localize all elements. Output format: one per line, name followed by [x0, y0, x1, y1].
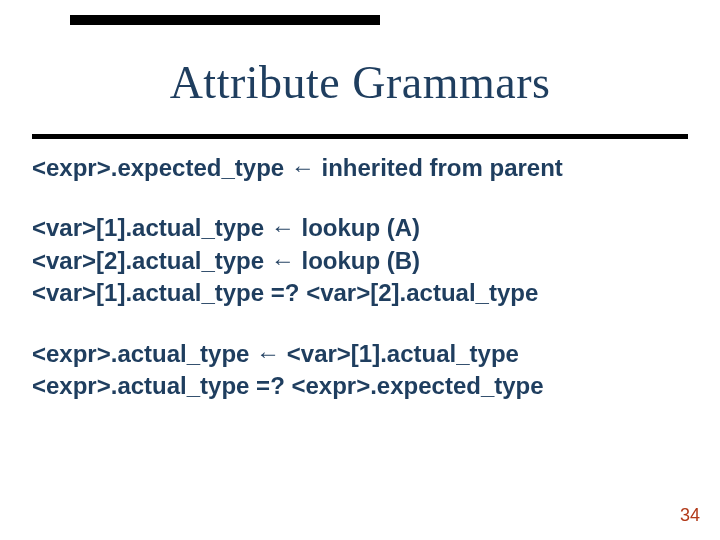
slide-title: Attribute Grammars	[0, 56, 720, 109]
rule-line: <var>[2].actual_type ← lookup (B)	[32, 245, 688, 277]
paragraph-3: <expr>.actual_type ← <var>[1].actual_typ…	[32, 338, 688, 403]
slide: Attribute Grammars <expr>.expected_type …	[0, 0, 720, 540]
rule-line: <expr>.expected_type ← inherited from pa…	[32, 152, 688, 184]
rule-line: <var>[1].actual_type =? <var>[2].actual_…	[32, 277, 688, 309]
rule-line: <expr>.actual_type ← <var>[1].actual_typ…	[32, 338, 688, 370]
rule-line: <var>[1].actual_type ← lookup (A)	[32, 212, 688, 244]
title-underline	[32, 134, 688, 139]
page-number: 34	[680, 505, 700, 526]
body-content: <expr>.expected_type ← inherited from pa…	[32, 152, 688, 430]
rule-line: <expr>.actual_type =? <expr>.expected_ty…	[32, 370, 688, 402]
top-divider	[70, 15, 380, 25]
paragraph-1: <expr>.expected_type ← inherited from pa…	[32, 152, 688, 184]
paragraph-2: <var>[1].actual_type ← lookup (A) <var>[…	[32, 212, 688, 309]
